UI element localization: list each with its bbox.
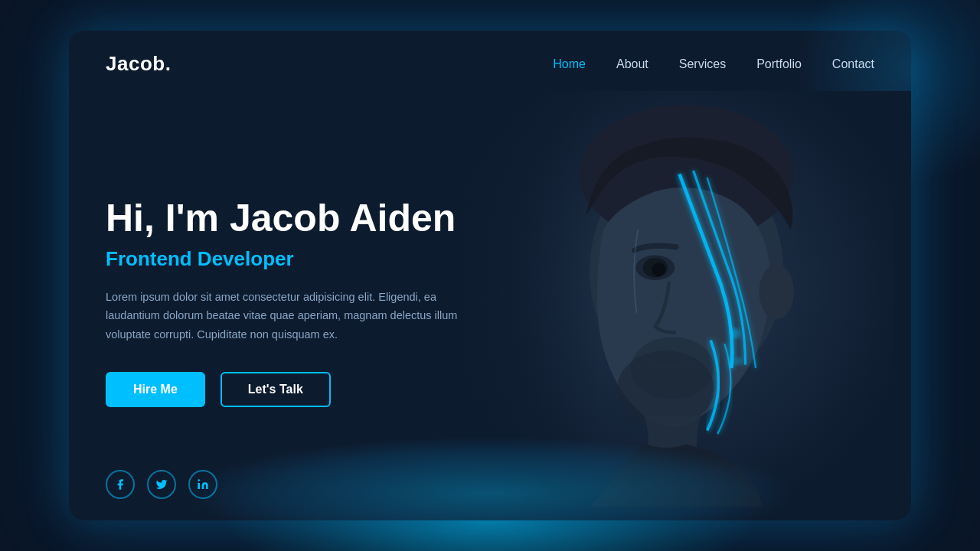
hero-heading: Hi, I'm Jacob Aiden <box>106 197 495 241</box>
logo: Jacob. <box>106 52 171 76</box>
social-icons <box>106 470 217 499</box>
portfolio-card: Jacob. Home About Services Portfolio Con… <box>69 31 911 520</box>
nav-item-home[interactable]: Home <box>553 57 586 71</box>
hire-me-button[interactable]: Hire Me <box>106 372 205 407</box>
svg-point-8 <box>617 350 714 427</box>
svg-point-11 <box>198 479 200 481</box>
nav-item-portfolio[interactable]: Portfolio <box>756 57 802 71</box>
hero-section: Hi, I'm Jacob Aiden Frontend Developer L… <box>69 91 532 520</box>
nav-link-about[interactable]: About <box>616 57 648 70</box>
nav-item-contact[interactable]: Contact <box>832 57 874 71</box>
lets-talk-button[interactable]: Let's Talk <box>220 372 331 407</box>
nav-item-services[interactable]: Services <box>679 57 726 71</box>
facebook-icon[interactable] <box>106 470 135 499</box>
nav-item-about[interactable]: About <box>616 57 648 71</box>
twitter-icon[interactable] <box>147 470 176 499</box>
hero-subtitle: Frontend Developer <box>106 247 495 271</box>
nav-links: Home About Services Portfolio Contact <box>553 57 874 71</box>
svg-point-6 <box>652 262 665 276</box>
hero-description: Lorem ipsum dolor sit amet consectetur a… <box>106 288 481 344</box>
linkedin-icon[interactable] <box>188 470 217 499</box>
svg-point-10 <box>734 357 743 365</box>
nav-link-home[interactable]: Home <box>553 57 586 70</box>
nav-link-contact[interactable]: Contact <box>832 57 874 70</box>
button-group: Hire Me Let's Talk <box>106 372 495 407</box>
nav-link-services[interactable]: Services <box>679 57 726 70</box>
svg-point-3 <box>760 264 794 319</box>
svg-point-9 <box>730 328 740 338</box>
navbar: Jacob. Home About Services Portfolio Con… <box>69 31 911 91</box>
nav-link-portfolio[interactable]: Portfolio <box>756 57 802 70</box>
main-content: Hi, I'm Jacob Aiden Frontend Developer L… <box>69 91 911 520</box>
